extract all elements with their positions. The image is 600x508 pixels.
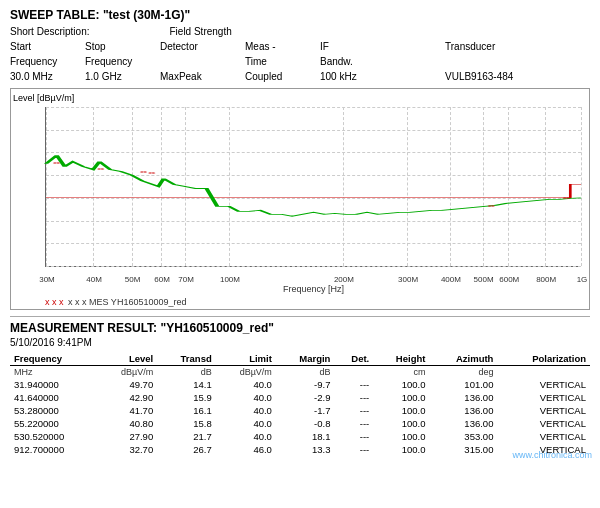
th-frequency: Frequency xyxy=(10,352,97,366)
table-cell: 21.7 xyxy=(157,430,216,443)
table-header-row2: MHz dBµV/m dB dBµV/m dB cm deg xyxy=(10,366,590,379)
table-cell: 41.640000 xyxy=(10,391,97,404)
col-freq-label2: Frequency xyxy=(85,54,140,69)
table-cell: -1.7 xyxy=(276,404,335,417)
stop-freq: 1.0 GHz xyxy=(85,69,140,84)
table-cell: 40.0 xyxy=(216,417,276,430)
table-cell: 31.940000 xyxy=(10,378,97,391)
legend-x-marker: x x x xyxy=(45,297,64,307)
table-cell: 40.0 xyxy=(216,430,276,443)
table-cell: VERTICAL xyxy=(497,430,590,443)
th-unit-deg: deg xyxy=(429,366,497,379)
sweep-title: SWEEP TABLE: "test (30M-1G)" xyxy=(10,8,590,22)
table-cell: --- xyxy=(334,417,373,430)
col-freq-label1: Frequency xyxy=(10,54,65,69)
field-strength-label: Field Strength xyxy=(169,24,231,39)
table-cell: --- xyxy=(334,404,373,417)
col-detector: Detector xyxy=(160,39,225,54)
detector-val: MaxPeak xyxy=(160,69,225,84)
table-cell: 912.700000 xyxy=(10,443,97,456)
table-cell: 101.00 xyxy=(429,378,497,391)
x-tick-50m: 50M xyxy=(125,275,141,284)
th-det: Det. xyxy=(334,352,373,366)
chart-y-label: Level [dBµV/m] xyxy=(13,93,74,103)
table-cell: 41.70 xyxy=(97,404,157,417)
col-stop: Stop xyxy=(85,39,140,54)
table-cell: 40.80 xyxy=(97,417,157,430)
table-cell: 100.0 xyxy=(373,391,429,404)
table-cell: 14.1 xyxy=(157,378,216,391)
table-cell: 27.90 xyxy=(97,430,157,443)
table-cell: 100.0 xyxy=(373,443,429,456)
table-cell: 40.0 xyxy=(216,378,276,391)
col-start: Start xyxy=(10,39,65,54)
th-unit-mhz: MHz xyxy=(10,366,97,379)
table-cell: 100.0 xyxy=(373,430,429,443)
table-cell: VERTICAL xyxy=(497,404,590,417)
th-unit-dbuvm: dBµV/m xyxy=(97,366,157,379)
table-cell: VERTICAL xyxy=(497,417,590,430)
table-cell: 46.0 xyxy=(216,443,276,456)
if-val: 100 kHz xyxy=(320,69,375,84)
chart-svg: x x x x x x xyxy=(46,107,581,266)
meas-val: Coupled xyxy=(245,69,300,84)
x-tick-200m: 200M xyxy=(334,275,354,284)
legend-label: x x x MES YH160510009_red xyxy=(68,297,186,307)
table-cell: 15.9 xyxy=(157,391,216,404)
start-freq: 30.0 MHz xyxy=(10,69,65,84)
table-cell: 353.00 xyxy=(429,430,497,443)
chart-legend: x x x x x x MES YH160510009_red xyxy=(45,297,585,307)
col-if: IF xyxy=(320,39,375,54)
table-cell: 49.70 xyxy=(97,378,157,391)
result-table: Frequency Level Transd Limit Margin Det.… xyxy=(10,352,590,456)
table-cell: -2.9 xyxy=(276,391,335,404)
table-cell: 55.220000 xyxy=(10,417,97,430)
th-unit-cm: cm xyxy=(373,366,429,379)
measurement-title: MEASUREMENT RESULT: "YH160510009_red" xyxy=(10,321,590,335)
measurement-date: 5/10/2016 9:41PM xyxy=(10,337,590,348)
chart-area: 80 70 60 50 40 30 20 10 30M 40M 50M 60M … xyxy=(45,107,581,267)
table-cell: 100.0 xyxy=(373,378,429,391)
table-cell: -0.8 xyxy=(276,417,335,430)
chart-container: Level [dBµV/m] 80 70 60 50 40 30 20 10 3… xyxy=(10,88,590,310)
table-row: 31.94000049.7014.140.0-9.7---100.0101.00… xyxy=(10,378,590,391)
x-tick-60m: 60M xyxy=(154,275,170,284)
table-cell: 136.00 xyxy=(429,404,497,417)
col-det-blank xyxy=(160,54,225,69)
table-cell: 15.8 xyxy=(157,417,216,430)
svg-text:x: x xyxy=(487,204,495,207)
x-tick-40m: 40M xyxy=(86,275,102,284)
col-bandw: Bandw. xyxy=(320,54,375,69)
th-unit-margin-db: dB xyxy=(276,366,335,379)
th-azimuth: Azimuth xyxy=(429,352,497,366)
table-cell: 53.280000 xyxy=(10,404,97,417)
x-tick-30m: 30M xyxy=(39,275,55,284)
th-transd: Transd xyxy=(157,352,216,366)
watermark: www.chitronica.com xyxy=(512,450,592,460)
sweep-table: Short Description: Field Strength Start … xyxy=(10,24,590,84)
description-label: Short Description: xyxy=(10,24,89,39)
x-tick-70m: 70M xyxy=(178,275,194,284)
th-level: Level xyxy=(97,352,157,366)
col-transducer: Transducer xyxy=(445,39,495,54)
table-cell: --- xyxy=(334,443,373,456)
th-unit-det-blank xyxy=(334,366,373,379)
table-row: 41.64000042.9015.940.0-2.9---100.0136.00… xyxy=(10,391,590,404)
svg-text:x: x xyxy=(562,196,570,199)
x-tick-300m: 300M xyxy=(398,275,418,284)
table-cell: 32.70 xyxy=(97,443,157,456)
grid-h-10: 10 xyxy=(46,266,581,267)
table-cell: 26.7 xyxy=(157,443,216,456)
x-tick-800m: 800M xyxy=(536,275,556,284)
th-unit-db: dB xyxy=(157,366,216,379)
table-cell: VERTICAL xyxy=(497,378,590,391)
x-tick-600m: 600M xyxy=(499,275,519,284)
th-unit-limit-dbuvm: dBµV/m xyxy=(216,366,276,379)
th-margin: Margin xyxy=(276,352,335,366)
table-cell: 100.0 xyxy=(373,417,429,430)
transducer-val: VULB9163-484 xyxy=(445,69,513,84)
table-cell: 530.520000 xyxy=(10,430,97,443)
x-tick-100m: 100M xyxy=(220,275,240,284)
section-divider xyxy=(10,316,590,317)
x-tick-500m: 500M xyxy=(474,275,494,284)
